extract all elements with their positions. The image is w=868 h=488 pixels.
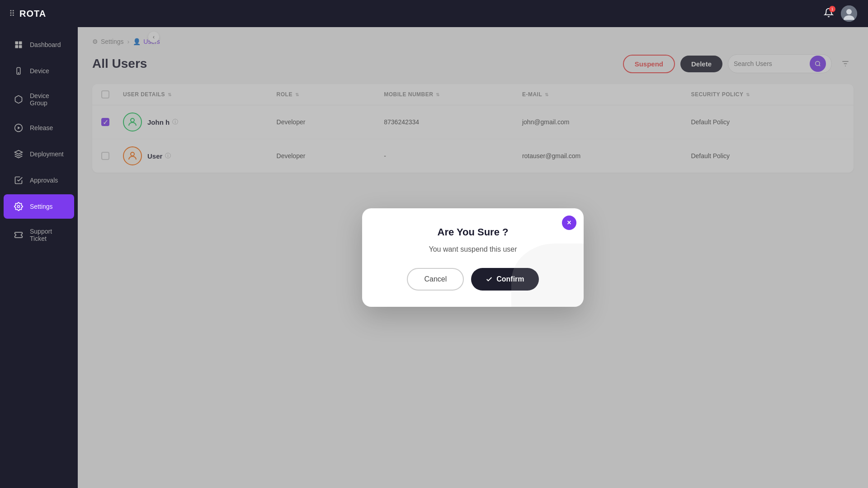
settings-icon: [14, 202, 24, 211]
sidebar-item-label: Approvals: [30, 177, 58, 184]
sidebar-header: ⠿ ROTA: [0, 0, 78, 27]
svg-rect-3: [19, 45, 22, 48]
svg-rect-0: [15, 42, 19, 45]
sidebar-item-deployment[interactable]: Deployment: [4, 142, 74, 166]
deployment-icon: [14, 149, 24, 159]
modal-title: Are You Sure ?: [380, 226, 566, 238]
modal-close-button[interactable]: ×: [562, 216, 576, 230]
confirm-button-label: Confirm: [496, 275, 524, 283]
confirm-button[interactable]: Confirm: [471, 268, 538, 291]
sidebar-item-settings[interactable]: Settings: [4, 194, 74, 219]
modal-actions: Cancel Confirm: [380, 268, 566, 291]
app-logo: ROTA: [19, 9, 46, 19]
sidebar-item-label: Dashboard: [30, 41, 61, 48]
sidebar-item-label: Release: [30, 124, 53, 131]
sidebar: ⠿ ROTA Dashboard Device Device Group Re: [0, 0, 78, 488]
sidebar-item-release[interactable]: Release: [4, 116, 74, 140]
sidebar-item-label: Device Group: [30, 92, 64, 107]
svg-rect-2: [15, 45, 19, 48]
sidebar-item-label: Settings: [30, 203, 53, 210]
svg-marker-7: [18, 127, 20, 130]
svg-point-8: [18, 206, 20, 208]
svg-point-10: [846, 9, 852, 14]
user-avatar[interactable]: [841, 5, 857, 22]
svg-point-5: [18, 73, 19, 74]
sidebar-item-label: Deployment: [30, 150, 64, 158]
support-ticket-icon: [14, 230, 24, 240]
sidebar-nav: Dashboard Device Device Group Release De…: [0, 27, 78, 488]
confirm-modal: × Are You Sure ? You want suspend this u…: [362, 208, 584, 307]
cancel-button[interactable]: Cancel: [407, 268, 464, 291]
main-area: 1 ‹ ⚙ Settings › 👤 Users All Users: [78, 0, 868, 488]
device-icon: [14, 66, 24, 76]
grid-icon: ⠿: [9, 9, 15, 19]
topbar: 1: [78, 0, 868, 27]
svg-rect-1: [19, 42, 22, 45]
sidebar-item-label: Support Ticket: [30, 228, 64, 242]
approvals-icon: [14, 175, 24, 185]
sidebar-item-dashboard[interactable]: Dashboard: [4, 33, 74, 57]
release-icon: [14, 123, 24, 133]
sidebar-item-device-group[interactable]: Device Group: [4, 85, 74, 114]
sidebar-item-label: Device: [30, 67, 49, 75]
topbar-icons: 1: [824, 5, 857, 22]
modal-message: You want suspend this user: [380, 245, 566, 253]
content-area: ⚙ Settings › 👤 Users All Users Suspend D…: [78, 27, 868, 488]
sidebar-item-approvals[interactable]: Approvals: [4, 168, 74, 192]
sidebar-item-device[interactable]: Device: [4, 59, 74, 83]
sidebar-item-support-ticket[interactable]: Support Ticket: [4, 221, 74, 249]
modal-overlay: × Are You Sure ? You want suspend this u…: [78, 27, 868, 488]
notification-badge: 1: [829, 6, 835, 12]
device-group-icon: [14, 94, 24, 104]
dashboard-icon: [14, 40, 24, 50]
notification-button[interactable]: 1: [824, 8, 834, 20]
